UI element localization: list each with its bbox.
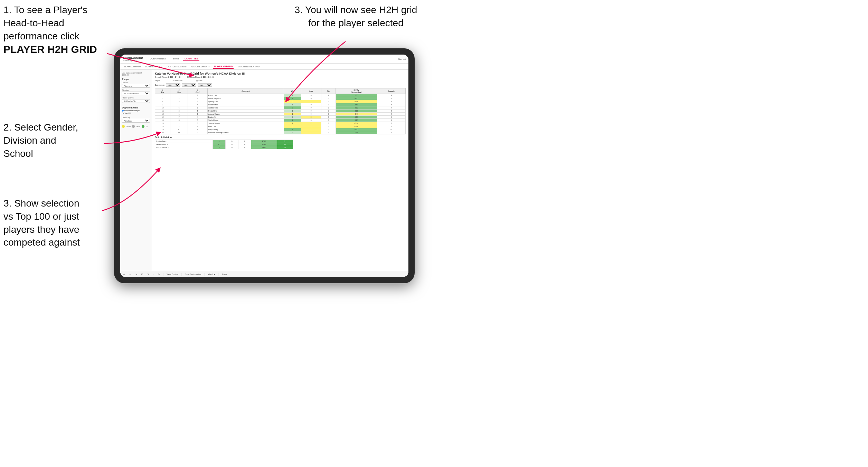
filter-conference: Conference [173, 79, 182, 82]
sidebar-gender-select[interactable]: Women's Men's [122, 84, 150, 88]
table-cell: 14 [155, 116, 170, 119]
table-row: 1585Stella Cheng1003.254 [155, 119, 406, 122]
table-cell: 7 [188, 131, 207, 134]
table-cell: 0 [321, 116, 336, 119]
sign-out-link[interactable]: Sign out [398, 58, 406, 60]
table-cell: 4 [188, 103, 207, 106]
toolbar-watch[interactable]: Watch ▾ [207, 273, 216, 276]
table-cell: Alexis Sudjianto [207, 97, 284, 100]
radio-top100-input[interactable] [122, 113, 124, 114]
table-cell: 3.67 [336, 103, 377, 106]
region-filter-select[interactable]: (All) [166, 83, 180, 87]
table-row: 20117Federica Domecq Lacroze2101.336 [155, 131, 406, 134]
table-cell: 6 [170, 106, 188, 109]
filter-region-label: Region [155, 79, 160, 82]
table-cell: Federica Domecq Lacroze [207, 131, 284, 134]
table-cell: 1 [301, 131, 321, 134]
division-record: Division Record: 331 - 34 - 6 [187, 76, 214, 78]
filter-opponent-label: Opponent [195, 79, 202, 82]
table-cell: 1 [170, 122, 188, 125]
toolbar-sep3: | [204, 273, 205, 275]
subnav-team-h2h-grid[interactable]: TEAM H2H GRID [144, 65, 162, 68]
overall-record-value: 353 - 34 - 6 [170, 76, 180, 78]
toolbar-back[interactable]: ← [128, 273, 132, 276]
subnav-player-h2h-heatmap[interactable]: PLAYER H2H HEATMAP [236, 65, 261, 68]
table-header-row: #Div #Reg #Conf Opponent Win Loss Tie Di… [155, 88, 406, 94]
table-cell: 1 [321, 94, 336, 97]
table-cell: -1.00 [336, 100, 377, 103]
logo-scoreboard: SCOREBOARD [123, 57, 143, 59]
division-record-value: 331 - 34 - 6 [203, 76, 214, 78]
subnav-team-h2h-heatmap[interactable]: TEAM H2H HEATMAP [164, 65, 188, 68]
table-cell: 4.00 [336, 106, 377, 109]
opponent-view-title: Opponent view [122, 106, 150, 109]
division-record-label: Division Record: [187, 76, 202, 78]
filter-row: Region Conference Opponent [155, 79, 406, 82]
overall-record-label: Overall Record: [155, 76, 169, 78]
table-cell: 1 [170, 94, 188, 97]
radio-opponents-played[interactable]: Opponents Played [122, 109, 150, 112]
table-cell: 1 [301, 125, 321, 128]
subnav-team-summary[interactable]: TEAM SUMMARY [123, 65, 142, 68]
toolbar-redo[interactable]: ↪ [134, 273, 138, 276]
th-tie: Tie [321, 88, 336, 94]
table-cell: 3 [377, 109, 405, 113]
table-cell: 18 [155, 125, 170, 128]
table-cell: -0.94 [336, 122, 377, 125]
radio-top100[interactable]: Top 100 [122, 112, 150, 114]
nav-tournaments[interactable]: TOURNAMENTS [147, 57, 167, 61]
table-cell: 2 [284, 131, 301, 134]
bottom-toolbar: ↩ ← ↪ ⊡ ↰ ↕ ⊙ | View: Original | Save Cu… [120, 271, 408, 277]
table-cell: 0 [321, 131, 336, 134]
table-row: 633Sydney Kuo010-1.004 [155, 100, 406, 103]
table-cell: 1 [170, 103, 188, 106]
radio-top100-label: Top 100 [124, 112, 131, 114]
instruction-s2-text: 2. Select Gender,Division andSchool [3, 122, 78, 159]
toolbar-share[interactable]: Share [221, 273, 228, 276]
table-cell: 19 [155, 128, 170, 131]
toolbar-undo[interactable]: ↩ [122, 273, 126, 276]
colour-by-select[interactable]: Win/loss [122, 119, 150, 123]
toolbar-refresh[interactable]: ↰ [146, 273, 150, 276]
table-cell: 0 [321, 128, 336, 131]
sidebar-player-select[interactable]: 8. Katelyn Vo [122, 99, 150, 103]
logo-sub: Powered by clippd [123, 59, 143, 61]
subnav-player-summary[interactable]: PLAYER SUMMARY [189, 65, 210, 68]
tablet-device: SCOREBOARD Powered by clippd TOURNAMENTS… [114, 48, 415, 283]
table-cell: 6 [155, 100, 170, 103]
table-cell: Stella Cheng [207, 119, 284, 122]
opponent-filter-select[interactable]: (All) [198, 83, 212, 87]
table-cell: 3.25 [336, 119, 377, 122]
toolbar-grid-icon[interactable]: ⊡ [140, 273, 144, 276]
sidebar: Last Updated: 27/03/202416:55:38 Player … [120, 70, 152, 271]
filter-conference-label: Conference [173, 79, 182, 82]
table-cell: 8 [170, 119, 188, 122]
subnav-player-h2h-grid[interactable]: PLAYER H2H GRID [213, 65, 234, 69]
table-cell: Jessica Huang [207, 113, 284, 116]
toolbar-zoom[interactable]: ↕ [152, 273, 155, 276]
table-cell: 3 [170, 100, 188, 103]
instruction-s3-text: 3. Show selectionvs Top 100 or justplaye… [3, 198, 80, 248]
table-cell: 10 [170, 128, 188, 131]
nav-committee[interactable]: COMMITTEE [183, 57, 199, 61]
table-cell: 13 [155, 113, 170, 116]
radio-opponents-input[interactable] [122, 110, 124, 112]
table-cell: 1 [284, 103, 301, 106]
table-cell: 0 [301, 109, 321, 113]
table-row: 1311Jessica Huang100-3.002 [155, 113, 406, 116]
table-cell: 0 [321, 97, 336, 100]
table-cell: 6 [377, 131, 405, 134]
table-cell: 6 [188, 128, 207, 131]
conference-filter-select[interactable]: (All) [182, 83, 196, 87]
filter-region: Region [155, 79, 160, 82]
table-cell: 7 [170, 116, 188, 119]
toolbar-view-original[interactable]: View: Original [166, 273, 179, 276]
table-cell: 4 [377, 106, 405, 109]
dot-down-label: Down [126, 125, 131, 127]
sidebar-division-select[interactable]: NCAA Division III NCAA Division I NCAA D… [122, 92, 150, 95]
sidebar-player-section: Player Gender Women's Men's Division NCA… [122, 78, 150, 104]
nav-teams[interactable]: TEAMS [170, 57, 180, 61]
toolbar-save-custom[interactable]: Save Custom View [184, 273, 202, 276]
sidebar-player-rank-label: Player (Rank) [122, 97, 150, 99]
toolbar-target[interactable]: ⊙ [157, 273, 161, 276]
